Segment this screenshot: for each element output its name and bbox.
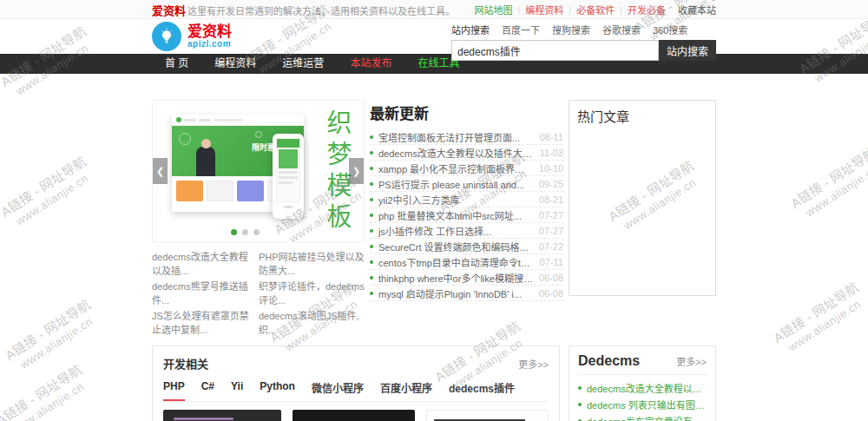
bullet-icon bbox=[370, 151, 373, 155]
tab-php[interactable]: PHP bbox=[163, 380, 185, 401]
article-card[interactable]: thinkphp where中or多个l... bbox=[293, 410, 415, 421]
preview-browser-header bbox=[172, 115, 304, 126]
search-box: 站内搜索 百度一下 搜狗搜索 谷歌搜索 360搜索 站内搜索 bbox=[451, 23, 716, 61]
article-link[interactable]: yii2中引入三方类库 bbox=[378, 193, 534, 207]
article-date: 09-25 bbox=[539, 179, 563, 189]
list-item: dedecms发布完文章没有显示文章内容解决办 bbox=[578, 412, 707, 421]
tab-csharp[interactable]: C# bbox=[201, 380, 214, 401]
bullet-icon bbox=[370, 182, 373, 186]
tab-wechat-miniprogram[interactable]: 微信小程序 bbox=[312, 380, 364, 401]
quick-links-right: PHP网站被挂马处理以及防黑大... 织梦评论插件，dedecms评论... d… bbox=[259, 250, 365, 339]
quick-link[interactable]: 织梦评论插件，dedecms评论... bbox=[259, 281, 365, 306]
article-link[interactable]: 宝塔控制面板无法打开管理页面... bbox=[378, 130, 535, 144]
link-dev-essentials[interactable]: 开发必备 bbox=[628, 3, 666, 16]
list-item: dedecms改造大全教程以及插... bbox=[152, 250, 254, 278]
bullet-icon bbox=[370, 135, 373, 139]
link-programming-docs[interactable]: 编程资料 bbox=[525, 3, 563, 16]
tab-dedecms-plugin[interactable]: dedecms插件 bbox=[449, 380, 515, 401]
slide-phone-preview bbox=[273, 134, 304, 219]
carousel-dot-1[interactable] bbox=[231, 229, 237, 235]
article-link[interactable]: thinkphp where中or多个like模糊搜索... bbox=[378, 271, 534, 285]
carousel: ❮ ❯ 限时惠88折 bbox=[152, 100, 365, 242]
dev-more-link[interactable]: 更多>> bbox=[518, 357, 549, 371]
tab-360[interactable]: 360搜索 bbox=[653, 23, 687, 36]
article-link[interactable]: dedecms改造大全教程以及插件大集合仿站必 bbox=[587, 381, 707, 395]
article-link[interactable]: xampp 最小化不显示控制面板界面解决办法... bbox=[378, 161, 534, 175]
list-item: dedecms熊掌号推送插件... bbox=[152, 280, 254, 307]
tab-site-search[interactable]: 站内搜索 bbox=[451, 23, 490, 36]
link-sitemap[interactable]: 网站地图 bbox=[474, 3, 512, 16]
bullet-icon bbox=[370, 214, 373, 217]
site-tagline: 爱资料这里有开发日常遇到的解决方法，适用相关资料以及在线工具。 bbox=[152, 2, 455, 18]
article-date: 06-08 bbox=[539, 273, 563, 283]
article-date: 08-11 bbox=[540, 132, 563, 142]
dedecms-panel: Dedecms 更多>> dedecms改造大全教程以及插件大集合仿站必 ded… bbox=[569, 345, 716, 421]
tab-sogou[interactable]: 搜狗搜索 bbox=[552, 23, 590, 36]
search-input[interactable] bbox=[451, 40, 659, 61]
article-link[interactable]: SecureCrt 设置终端颜色和编码格式... bbox=[378, 240, 534, 253]
tab-baidu[interactable]: 百度一下 bbox=[502, 23, 540, 36]
table-row: PS运行提示 please uninstall and...09-25 bbox=[370, 176, 563, 192]
log-screenshot-thumbnail bbox=[426, 410, 549, 421]
quick-link[interactable]: dedecms滚动图JS插件,织... bbox=[259, 311, 359, 335]
topbar: 爱资料这里有开发日常遇到的解决方法，适用相关资料以及在线工具。 网站地图| 编程… bbox=[0, 0, 868, 19]
tab-python[interactable]: Python bbox=[260, 380, 295, 401]
table-row: thinkphp where中or多个like模糊搜索...06-08 bbox=[370, 270, 563, 286]
table-row: yii2中引入三方类库08-21 bbox=[370, 192, 563, 207]
article-date: 11-03 bbox=[540, 148, 563, 158]
watermark: A链接 - 网址导航www.alianjie.cn bbox=[771, 134, 868, 234]
article-card[interactable]: mysql 启动提示Plugin 'In... bbox=[426, 410, 549, 421]
latest-updates-list: 宝塔控制面板无法打开管理页面...08-11 dedecms改造大全教程以及插件… bbox=[370, 129, 563, 301]
article-link[interactable]: js小插件修改 工作日选择... bbox=[378, 224, 534, 238]
list-item: dedecms滚动图JS插件,织... bbox=[259, 309, 365, 337]
carousel-dot-3[interactable] bbox=[253, 229, 260, 235]
latest-updates-section: 最新更新 宝塔控制面板无法打开管理页面...08-11 dedecms改造大全教… bbox=[370, 100, 563, 339]
dev-panel-title: 开发相关 bbox=[163, 355, 208, 372]
nav-ops[interactable]: 运维运营 bbox=[269, 54, 337, 74]
article-link[interactable]: dedecms改造大全教程以及插件大集合仿站必备... bbox=[378, 146, 535, 160]
bullet-icon bbox=[578, 403, 582, 406]
article-link[interactable]: centos下tmp目录中自动清理命令tmpwatch... bbox=[378, 255, 535, 269]
bullet-icon bbox=[370, 245, 373, 248]
list-item: dedecms 列表只输出有图片的文章_编程资料分 bbox=[578, 396, 707, 412]
article-link[interactable]: php 批量替换文本html中src网址... bbox=[378, 208, 534, 222]
tab-yii[interactable]: Yii bbox=[231, 380, 243, 401]
table-row: SecureCrt 设置终端颜色和编码格式...07-22 bbox=[370, 239, 563, 254]
quick-link[interactable]: dedecms熊掌号推送插件... bbox=[152, 281, 248, 306]
dedecms-more-link[interactable]: 更多>> bbox=[676, 354, 707, 368]
dedecms-panel-title: Dedecms bbox=[578, 353, 640, 369]
carousel-dot-2[interactable] bbox=[242, 229, 248, 235]
table-row: mysql 启动提示Plugin 'InnoDB' i...06-08 bbox=[370, 286, 563, 301]
dev-tabs: PHP C# Yii Python 微信小程序 百度小程序 dedecms插件 bbox=[163, 380, 549, 402]
article-date: 07-22 bbox=[539, 241, 563, 252]
hot-articles-section: 热门文章 bbox=[569, 100, 716, 339]
quick-link[interactable]: PHP网站被挂马处理以及防黑大... bbox=[259, 252, 365, 276]
link-bookmark-site[interactable]: 收藏本站 bbox=[678, 3, 716, 16]
site-logo[interactable]: 爱资料 apizl.com bbox=[152, 22, 232, 51]
nav-programming-docs[interactable]: 编程资料 bbox=[201, 54, 269, 74]
article-link[interactable]: PS运行提示 please uninstall and... bbox=[378, 177, 534, 191]
article-link[interactable]: dedecms 列表只输出有图片的文章_编程资料分 bbox=[587, 398, 707, 411]
search-button[interactable]: 站内搜索 bbox=[659, 40, 716, 61]
nav-home[interactable]: 首 页 bbox=[152, 54, 201, 74]
quick-link[interactable]: dedecms改造大全教程以及插... bbox=[152, 252, 248, 276]
carousel-prev-arrow[interactable]: ❮ bbox=[153, 158, 168, 184]
article-date: 07-27 bbox=[539, 226, 563, 236]
hot-articles-title: 热门文章 bbox=[577, 107, 707, 125]
code-screenshot-thumbnail bbox=[163, 410, 281, 421]
tab-google[interactable]: 谷歌搜索 bbox=[602, 23, 641, 36]
divider: | bbox=[517, 4, 520, 15]
list-item: JS怎么处理有遮罩页禁止选中复制... bbox=[152, 309, 254, 337]
article-card[interactable]: yii2中引入三方类库 bbox=[163, 410, 281, 421]
carousel-next-arrow[interactable]: ❯ bbox=[349, 158, 364, 184]
article-date: 10-10 bbox=[539, 163, 563, 174]
quick-link[interactable]: JS怎么处理有遮罩页禁止选中复制... bbox=[152, 311, 249, 335]
bullet-icon bbox=[578, 386, 582, 390]
article-link[interactable]: dedecms发布完文章没有显示文章内容解决办 bbox=[587, 414, 707, 421]
preview-person bbox=[196, 147, 215, 176]
tab-baidu-miniprogram[interactable]: 百度小程序 bbox=[380, 380, 432, 401]
list-item: PHP网站被挂马处理以及防黑大... bbox=[259, 250, 365, 278]
article-link[interactable]: mysql 启动提示Plugin 'InnoDB' i... bbox=[378, 286, 534, 300]
nav-site-publish[interactable]: 本站发布 bbox=[337, 54, 404, 74]
link-essential-software[interactable]: 必备软件 bbox=[576, 3, 615, 16]
